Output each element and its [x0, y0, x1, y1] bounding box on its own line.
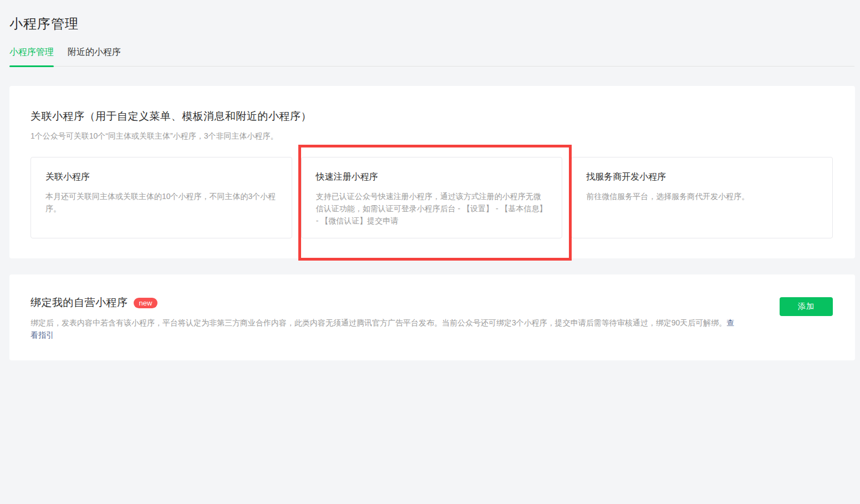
quick-register-mini-program-card[interactable]: 快速注册小程序 支持已认证公众号快速注册小程序，通过该方式注册的小程序无微信认证… — [301, 157, 563, 238]
associate-section-subtitle: 1个公众号可关联10个“同主体或关联主体”小程序，3个非同主体小程序。 — [30, 131, 833, 141]
card-title: 快速注册小程序 — [316, 171, 548, 183]
associate-mini-program-card[interactable]: 关联小程序 本月还可关联同主体或关联主体的10个小程序，不同主体的3个小程序。 — [30, 157, 292, 238]
service-provider-develop-card[interactable]: 找服务商开发小程序 前往微信服务平台，选择服务商代开发小程序。 — [571, 157, 833, 238]
new-badge: new — [134, 298, 158, 308]
mini-program-management-page: 小程序管理 小程序管理 附近的小程序 关联小程序（用于自定义菜单、模板消息和附近… — [0, 0, 860, 504]
associate-section-title: 关联小程序（用于自定义菜单、模板消息和附近的小程序） — [30, 109, 833, 124]
page-title: 小程序管理 — [9, 15, 79, 33]
card-title: 找服务商开发小程序 — [586, 171, 818, 183]
tab-mini-program-management[interactable]: 小程序管理 — [9, 47, 54, 66]
card-description: 支持已认证公众号快速注册小程序，通过该方式注册的小程序无微信认证功能，如需认证可… — [316, 190, 548, 227]
tabs-bar: 小程序管理 附近的小程序 — [9, 47, 854, 67]
bind-own-mini-program-panel: 绑定我的自营小程序 new 绑定后，发表内容中若含有该小程序，平台将认定为非第三… — [9, 274, 855, 360]
card-description: 前往微信服务平台，选择服务商代开发小程序。 — [586, 190, 818, 202]
bind-title-row: 绑定我的自营小程序 new — [30, 296, 833, 310]
option-cards-row: 关联小程序 本月还可关联同主体或关联主体的10个小程序，不同主体的3个小程序。 … — [30, 157, 833, 238]
bind-section-description: 绑定后，发表内容中若含有该小程序，平台将认定为非第三方商业合作内容，此类内容无须… — [30, 317, 739, 341]
associate-mini-program-panel: 关联小程序（用于自定义菜单、模板消息和附近的小程序） 1个公众号可关联10个“同… — [9, 86, 855, 258]
bind-section-title: 绑定我的自营小程序 — [30, 296, 128, 310]
card-title: 关联小程序 — [45, 171, 277, 183]
card-description: 本月还可关联同主体或关联主体的10个小程序，不同主体的3个小程序。 — [45, 190, 277, 215]
add-button[interactable]: 添加 — [780, 297, 833, 316]
bind-description-text: 绑定后，发表内容中若含有该小程序，平台将认定为非第三方商业合作内容，此类内容无须… — [30, 318, 726, 327]
tab-nearby-mini-programs[interactable]: 附近的小程序 — [68, 47, 121, 66]
